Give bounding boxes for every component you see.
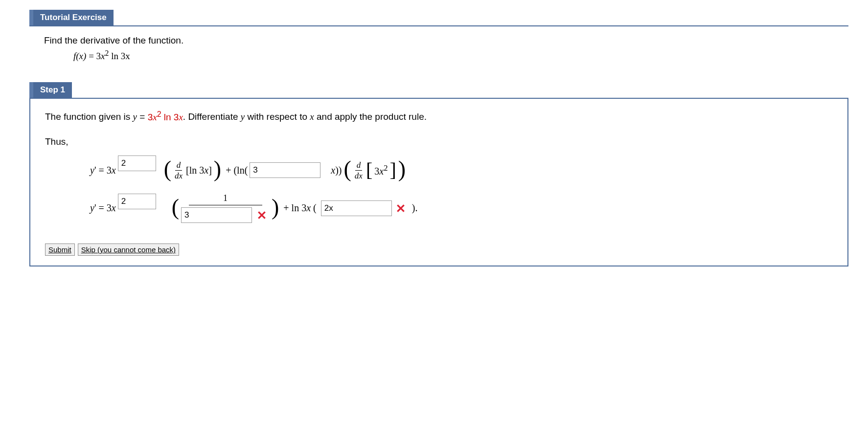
row2-deriv-input[interactable]	[321, 200, 392, 216]
step1-box: The function given is y = 3x2 ln 3x. Dif…	[29, 98, 848, 266]
row1-exp-input[interactable]	[118, 155, 156, 171]
submit-button[interactable]: Submit	[45, 244, 75, 256]
tutorial-header-label: Tutorial Exercise	[29, 10, 114, 25]
problem-prompt: Find the derivative of the function.	[44, 35, 839, 46]
row1-ln-input[interactable]	[250, 162, 320, 178]
problem-function: f(x) = 3x2 ln 3x	[44, 46, 839, 62]
equation-row-1: y' = 3x ( d dx [ln 3x] ) + (ln( x))	[45, 156, 838, 184]
tutorial-header: Tutorial Exercise	[29, 10, 848, 26]
row2-denom-input[interactable]	[181, 207, 252, 223]
cross-icon	[396, 203, 406, 213]
step1-instruction: The function given is y = 3x2 ln 3x. Dif…	[45, 109, 838, 124]
cross-icon	[257, 210, 267, 220]
thus-label: Thus,	[45, 136, 838, 147]
skip-button[interactable]: Skip (you cannot come back)	[78, 244, 179, 256]
step1-header-label: Step 1	[29, 82, 72, 98]
equation-row-2: y' = 3x ( 1 ) + ln 3x (	[45, 193, 838, 223]
step1-header: Step 1	[29, 82, 848, 98]
row2-exp-input[interactable]	[118, 194, 156, 209]
